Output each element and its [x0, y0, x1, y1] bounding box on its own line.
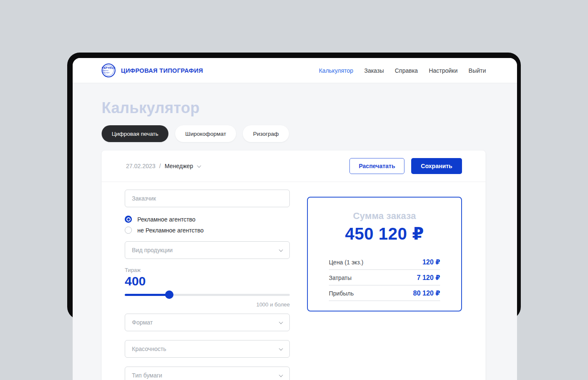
- slider-thumb[interactable]: [165, 290, 173, 299]
- summary-row-value: 120 ₽: [423, 258, 440, 266]
- summary-row-profit: Прибыль 80 120 ₽: [329, 285, 440, 301]
- card-header: 27.02.2023 / Менеджер Распечатать Сохран…: [102, 150, 486, 182]
- header-actions: Распечатать Сохранить: [349, 158, 462, 174]
- summary-row-label: Прибыль: [329, 290, 354, 297]
- nav-item-orders[interactable]: Заказы: [364, 67, 384, 74]
- tirazh-slider[interactable]: [125, 290, 290, 299]
- summary-row-price: Цена (1 экз.) 120 ₽: [329, 254, 440, 270]
- nav-item-settings[interactable]: Настройки: [429, 67, 458, 74]
- tirazh-value: 400: [125, 274, 290, 288]
- summary-row-value: 80 120 ₽: [413, 289, 440, 297]
- colorfulness-placeholder: Красочность: [132, 346, 166, 352]
- calculator-card: 27.02.2023 / Менеджер Распечатать Сохран…: [102, 150, 486, 380]
- colorfulness-select[interactable]: Красочность: [125, 340, 290, 358]
- product-type-select[interactable]: Вид продукции: [125, 241, 290, 259]
- chevron-down-icon: [279, 373, 283, 377]
- order-summary-card: Сумма заказа 450 120 ₽ Цена (1 экз.) 120…: [307, 197, 462, 311]
- tab-digital-print[interactable]: Цифровая печать: [102, 125, 168, 142]
- mode-tabs: Цифровая печать Широкоформат Ризограф: [102, 125, 488, 142]
- chevron-down-icon: [279, 320, 283, 324]
- summary-row-label: Цена (1 экз.): [329, 259, 363, 266]
- paper-type-placeholder: Тип бумаги: [132, 372, 162, 379]
- print-button[interactable]: Распечатать: [349, 158, 404, 174]
- tirazh-max-hint: 1000 и более: [125, 301, 290, 308]
- summary-rows: Цена (1 экз.) 120 ₽ Затраты 7 120 ₽ Приб…: [329, 254, 440, 301]
- chevron-down-icon: [279, 248, 283, 252]
- radio-not-agency[interactable]: не Рекламное агентство: [125, 227, 290, 234]
- format-placeholder: Формат: [132, 319, 153, 326]
- logo-subtext: цифровая типография: [102, 70, 115, 74]
- slider-fill: [125, 294, 169, 296]
- order-date: 27.02.2023: [126, 163, 155, 169]
- order-form: Рекламное агентство не Рекламное агентст…: [125, 190, 290, 380]
- papyrus-logo-icon: PAPYRUS цифровая типография: [102, 63, 116, 77]
- format-select[interactable]: Формат: [125, 314, 290, 331]
- nav-item-logout[interactable]: Выйти: [469, 67, 486, 74]
- chevron-down-icon: [279, 346, 283, 351]
- summary-title: Сумма заказа: [329, 211, 440, 222]
- save-button[interactable]: Сохранить: [411, 158, 462, 174]
- radio-not-agency-label: не Рекламное агентство: [137, 227, 204, 234]
- manager-dropdown[interactable]: Менеджер: [165, 163, 200, 169]
- topbar: PAPYRUS цифровая типография ЦИФРОВАЯ ТИП…: [73, 58, 517, 83]
- chevron-down-icon: [197, 164, 201, 168]
- nav-item-help[interactable]: Справка: [395, 67, 418, 74]
- brand-title: ЦИФРОВАЯ ТИПОГРАФИЯ: [121, 67, 203, 74]
- tirazh-label: Тираж: [125, 267, 290, 273]
- order-meta: 27.02.2023 / Менеджер: [126, 163, 200, 169]
- radio-agency[interactable]: Рекламное агентство: [125, 216, 290, 223]
- tab-risograph[interactable]: Ризограф: [243, 125, 289, 142]
- radio-unchecked-icon[interactable]: [125, 227, 132, 234]
- customer-input[interactable]: [125, 190, 290, 207]
- tirazh-block: Тираж 400 1000 и более: [125, 267, 290, 308]
- content: Калькулятор Цифровая печать Широкоформат…: [73, 99, 517, 380]
- agency-radio-group: Рекламное агентство не Рекламное агентст…: [125, 216, 290, 234]
- summary-row-label: Затраты: [329, 274, 352, 281]
- card-body: Рекламное агентство не Рекламное агентст…: [102, 182, 486, 380]
- brand: PAPYRUS цифровая типография ЦИФРОВАЯ ТИП…: [102, 63, 203, 77]
- product-type-placeholder: Вид продукции: [132, 247, 173, 253]
- radio-checked-icon[interactable]: [125, 216, 132, 223]
- nav-item-calculator[interactable]: Калькулятор: [319, 67, 353, 74]
- app-window: PAPYRUS цифровая типография ЦИФРОВАЯ ТИП…: [73, 58, 517, 380]
- radio-agency-label: Рекламное агентство: [137, 216, 195, 223]
- main-nav: Калькулятор Заказы Справка Настройки Вый…: [319, 67, 486, 74]
- summary-total: 450 120 ₽: [329, 224, 440, 243]
- stage: PAPYRUS цифровая типография ЦИФРОВАЯ ТИП…: [0, 0, 588, 380]
- page-title: Калькулятор: [102, 99, 488, 117]
- manager-label: Менеджер: [165, 163, 193, 169]
- tab-wide-format[interactable]: Широкоформат: [175, 125, 236, 142]
- summary-row-costs: Затраты 7 120 ₽: [329, 270, 440, 285]
- paper-type-select[interactable]: Тип бумаги: [125, 367, 290, 380]
- summary-row-value: 7 120 ₽: [417, 274, 440, 282]
- meta-separator: /: [159, 163, 161, 169]
